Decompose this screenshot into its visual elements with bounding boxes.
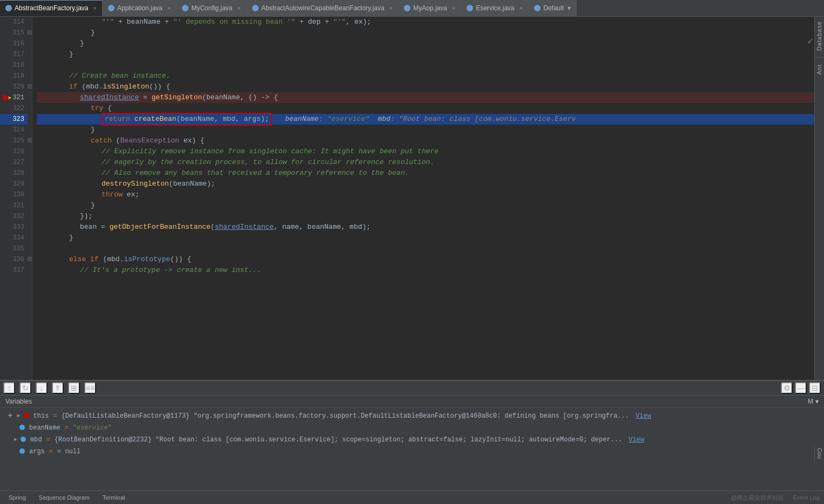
tab-label: MyAop.java (413, 4, 447, 12)
fold-arrow-336[interactable]: − (28, 257, 32, 261)
tab-label: Application.java (117, 4, 163, 12)
gutter-line-331: 331 (0, 200, 28, 211)
code-line-322: try { (37, 103, 814, 114)
code-line-314: "'" + beanName + "' depends on missing b… (37, 17, 814, 28)
code-line-326: // Explicitly remove instance from singl… (37, 146, 814, 157)
tab-close[interactable]: × (237, 5, 240, 11)
list-view-button[interactable]: ≡≡ (84, 382, 96, 394)
ant-panel-label[interactable]: Ant (815, 60, 824, 79)
code-line-317: } (37, 49, 814, 60)
var-dot-beanname (19, 425, 25, 430)
code-content[interactable]: "'" + beanName + "' depends on missing b… (32, 17, 814, 380)
tab-abstract-bean-factory[interactable]: AbstractBeanFactory.java × (0, 0, 103, 16)
code-line-329: destroySingleton(beanName); (37, 179, 814, 189)
status-tab-sequence[interactable]: Sequence Diagram (35, 494, 94, 501)
tab-close[interactable]: × (452, 5, 455, 11)
var-view-this[interactable]: View (636, 411, 651, 421)
gutter-line-332: 332 (0, 211, 28, 222)
gutter-line-321: ➤ 321 (0, 92, 28, 103)
gutter-line-336: 336− (0, 254, 28, 265)
tab-eservice[interactable]: Eservice.java × (461, 0, 529, 16)
gutter-line-315: 315− (0, 28, 28, 38)
gutter-line-322: 322 (0, 103, 28, 114)
tab-myconfig[interactable]: MyConfig.java × (177, 0, 246, 16)
tab-close[interactable]: × (519, 5, 523, 11)
layout-button[interactable]: ⊟ (809, 382, 821, 394)
gutter-line-325: 325− (0, 135, 28, 146)
code-line-336: else if (mbd.isPrototype()) { (37, 254, 814, 265)
tab-icon (404, 5, 410, 11)
tab-label: MyConfig.java (191, 4, 232, 12)
debug-hint-323: beanName: "eservice" mbd: "Root bean: cl… (276, 114, 576, 125)
expand-arrow-mbd[interactable]: ▶ (14, 435, 17, 445)
tab-icon (5, 5, 12, 11)
var-row-mbd: ▶ mbd = {RootBeanDefinition@2232} "Root … (0, 434, 824, 446)
expand-arrow[interactable]: ▶ (17, 411, 21, 421)
variables-expand-btn[interactable]: M ▾ (808, 398, 819, 405)
tab-label: AbstractAutowireCapableBeanFactory.java (261, 4, 384, 12)
code-line-320: if (mbd.isSingleton()) { (37, 81, 814, 92)
code-line-330: throw ex; (37, 189, 814, 200)
expand-label: M (808, 398, 813, 405)
code-line-328: // Also remove any beans that received a… (37, 168, 814, 179)
tab-label: AbstractBeanFactory.java (15, 4, 89, 12)
tab-default[interactable]: Default ▾ (529, 0, 577, 16)
status-tab-spring[interactable]: Spring (4, 494, 30, 501)
tab-abstract-autowire[interactable]: AbstractAutowireCapableBeanFactory.java … (247, 0, 399, 16)
code-line-318 (37, 60, 814, 71)
var-view-mbd[interactable]: View (629, 435, 644, 445)
step-out-button[interactable]: ⇑ (52, 382, 64, 394)
tab-bar: AbstractBeanFactory.java × Application.j… (0, 0, 824, 17)
code-line-316: } (37, 38, 814, 49)
fold-arrow-325[interactable]: − (28, 138, 32, 142)
tab-myaop[interactable]: MyAop.java × (399, 0, 461, 16)
code-line-324: } (37, 125, 814, 135)
var-dot-mbd (21, 437, 26, 442)
fold-arrow-320[interactable]: − (28, 84, 32, 88)
fold-arrow[interactable]: − (28, 30, 32, 35)
status-bar: Spring Sequence Diagram Terminal @稀土掘金技术… (0, 491, 824, 504)
tab-close[interactable]: × (93, 5, 97, 11)
tab-close[interactable]: × (389, 5, 393, 11)
code-line-323: return createBean(beanName, mbd, args); … (37, 114, 814, 125)
expand-chevron-icon: ▾ (815, 398, 819, 405)
gutter-line-327: 327 (0, 157, 28, 168)
gutter-line-317: 317 (0, 49, 28, 60)
tab-close[interactable]: × (167, 5, 171, 11)
bottom-panel: ↑ ↻ ↓ ⇑ ⊞ ≡≡ ⚙ — ⊟ Variables M ▾ + ▶ thi… (0, 380, 824, 504)
settings-button[interactable]: ⚙ (781, 382, 793, 394)
close-panel-button[interactable]: — (795, 382, 807, 394)
code-line-337: // It's a prototype -> create a new inst… (37, 265, 814, 276)
gutter-line-333: 333 (0, 222, 28, 233)
var-dot-args (19, 448, 25, 454)
var-plus-btn[interactable]: + (5, 411, 15, 421)
tab-dropdown-icon[interactable]: ▾ (568, 4, 571, 12)
cou-panel-label[interactable]: Cou (814, 446, 824, 461)
toolbar-right: ⚙ — ⊟ (781, 382, 821, 394)
event-log-label[interactable]: Event Log (793, 494, 820, 501)
status-tab-terminal[interactable]: Terminal (98, 494, 130, 501)
step-into-button[interactable]: ↓ (36, 382, 48, 394)
gutter-line-314: 314 (0, 17, 28, 28)
tab-icon (467, 5, 473, 11)
gutter-line-324: 324 (0, 125, 28, 135)
resume-button[interactable]: ↻ (19, 382, 31, 394)
breakpoint-321[interactable] (2, 95, 8, 100)
gutter-line-319: 319 (0, 71, 28, 81)
debug-box-323: return createBean(beanName, mbd, args); (102, 113, 272, 126)
code-line-327: // eagerly by the creation process, to a… (37, 157, 814, 168)
variables-header: Variables M ▾ (0, 396, 824, 408)
gutter-line-328: 328 (0, 168, 28, 179)
var-row-this: + ▶ this = {DefaultListableBeanFactory@1… (0, 410, 824, 422)
step-over-button[interactable]: ↑ (3, 382, 15, 394)
database-panel-label[interactable]: Database (815, 17, 824, 55)
gutter-line-334: 334 (0, 233, 28, 243)
table-view-button[interactable]: ⊞ (68, 382, 80, 394)
gutter-line-326: 326 (0, 146, 28, 157)
tab-icon (108, 5, 114, 11)
gutter-line-323: 323 (0, 114, 28, 125)
line-number-gutter: 314 315− 316 317 318 319 320− ➤ 321 322 … (0, 17, 32, 380)
tab-application[interactable]: Application.java × (103, 0, 177, 16)
gutter-line-335: 335 (0, 243, 28, 254)
var-row-beanname: beanName = "eservice" (0, 422, 824, 434)
